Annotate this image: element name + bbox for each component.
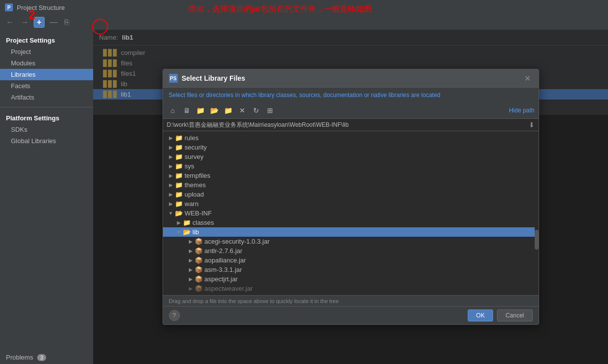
expand-icon: ▶ <box>187 258 195 263</box>
expand-icon: ▶ <box>175 220 183 225</box>
folder-icon: 📁 <box>175 162 183 170</box>
tree-item-lib[interactable]: ▼ 📂 lib <box>163 227 539 237</box>
sidebar-item-libraries[interactable]: Libraries <box>0 69 93 80</box>
tree-item-aspectweaver[interactable]: ▶ 📦 aspectweaver.jar <box>163 284 539 293</box>
expand-icon: ▶ <box>187 239 195 244</box>
folder-icon: 📁 <box>175 144 183 151</box>
modal-overlay: PS Select Library Files ✕ Select files o… <box>93 30 608 364</box>
platform-settings-title: Platform Settings <box>0 111 93 124</box>
sidebar-item-sdks[interactable]: SDKs <box>0 124 93 135</box>
step-number: 2 <box>29 8 35 22</box>
sidebar: Project Settings Project Modules Librari… <box>0 30 93 364</box>
tree-item-themes[interactable]: ▶ 📁 themes <box>163 180 539 190</box>
tree-item-rules[interactable]: ▶ 📁 rules <box>163 133 539 143</box>
new-folder-button[interactable]: 📁 <box>222 104 234 116</box>
folder-icon: 📁 <box>183 219 191 226</box>
close-dialog-button[interactable]: ✕ <box>523 73 533 83</box>
home-button[interactable]: ⌂ <box>167 104 179 116</box>
jar-icon: 📦 <box>195 266 203 273</box>
tree-item-classes[interactable]: ▶ 📁 classes <box>163 218 539 227</box>
tree-item-warn[interactable]: ▶ 📁 warn <box>163 199 539 208</box>
refresh-button[interactable]: ↻ <box>250 104 262 116</box>
expand-icon: ▶ <box>187 248 195 254</box>
file-tree: ▶ 📁 rules ▶ 📁 security ▶ <box>163 131 539 295</box>
tree-item-aspectjrt[interactable]: ▶ 📦 aspectjrt.jar <box>163 274 539 284</box>
folder-up2-button[interactable]: 📂 <box>209 104 221 116</box>
folder-icon: 📁 <box>175 191 183 198</box>
sidebar-divider <box>0 107 93 107</box>
sidebar-item-facets[interactable]: Facets <box>0 80 93 92</box>
scrollbar-thumb[interactable] <box>535 230 539 250</box>
copy-button[interactable]: ⎘ <box>62 17 71 28</box>
path-bar: ⬇ <box>163 119 539 131</box>
drag-hint-bar: Drag and drop a file into the space abov… <box>163 295 539 306</box>
folder-button[interactable]: 🖥 <box>181 104 193 116</box>
annotation-text: 弹出，选择项目的jar包所在的文件夹，一般是lib如图 <box>188 4 372 14</box>
folder-icon: 📂 <box>183 228 191 236</box>
back-button[interactable]: ← <box>4 17 16 28</box>
right-panel: Name: lib1 ▊▊▊ compiler ▊▊▊ files ▊▊▊ fi… <box>93 30 608 364</box>
tree-item-asm[interactable]: ▶ 📦 asm-3.3.1.jar <box>163 265 539 274</box>
expand-icon: ▶ <box>187 276 195 282</box>
remove-button[interactable]: — <box>48 17 59 28</box>
jar-icon: 📦 <box>195 275 203 283</box>
app-icon: P <box>5 3 13 11</box>
jar-icon: 📦 <box>195 247 203 255</box>
select-library-dialog: PS Select Library Files ✕ Select files o… <box>163 69 539 325</box>
sidebar-item-modules[interactable]: Modules <box>0 57 93 69</box>
folder-icon: 📁 <box>175 200 183 208</box>
tree-item-security[interactable]: ▶ 📁 security <box>163 143 539 152</box>
expand-icon: ▶ <box>167 145 175 150</box>
folder-icon: 📂 <box>175 209 183 217</box>
expand-icon: ▶ <box>167 201 175 207</box>
expand-icon: ▶ <box>167 154 175 159</box>
app-window: P Project Structure 弹出，选择项目的jar包所在的文件夹，一… <box>0 0 608 364</box>
hide-path-button[interactable]: Hide path <box>509 107 534 114</box>
download-icon: ⬇ <box>529 121 535 129</box>
drag-hint: Drag and drop a file into the space abov… <box>169 298 339 304</box>
scrollbar-track[interactable] <box>535 131 539 295</box>
expand-icon: ▶ <box>167 192 175 197</box>
sidebar-item-global-libraries[interactable]: Global Libraries <box>0 135 93 147</box>
ok-button[interactable]: OK <box>468 310 493 321</box>
tree-item-aopalliance[interactable]: ▶ 📦 aopalliance.jar <box>163 256 539 265</box>
main-content: Project Settings Project Modules Librari… <box>0 30 608 364</box>
expand-icon: ▼ <box>175 229 183 235</box>
jar-icon: 📦 <box>195 238 203 245</box>
dialog-description: Select files or directories in which lib… <box>163 88 539 103</box>
tree-item-upload[interactable]: ▶ 📁 upload <box>163 190 539 199</box>
footer-buttons: OK Cancel <box>468 310 533 321</box>
tree-item-tempfiles[interactable]: ▶ 📁 tempfiles <box>163 171 539 180</box>
sidebar-item-artifacts[interactable]: Artifacts <box>0 92 93 103</box>
expand-icon: ▶ <box>167 182 175 188</box>
jar-icon: 📦 <box>195 285 203 292</box>
problems-label: Problems <box>6 354 33 361</box>
tree-item-web-inf[interactable]: ▼ 📂 WEB-INF <box>163 208 539 218</box>
tree-item-antlr[interactable]: ▶ 📦 antlr-2.7.6.jar <box>163 246 539 256</box>
dialog-toolbar: ⌂ 🖥 📁 📂 📁 ✕ ↻ ⊞ Hide path <box>163 103 539 119</box>
project-settings-title: Project Settings <box>0 34 93 46</box>
link-button[interactable]: ⊞ <box>264 104 276 116</box>
expand-icon: ▼ <box>167 210 175 216</box>
folder-up-button[interactable]: 📁 <box>195 104 207 116</box>
help-button[interactable]: ? <box>169 310 180 321</box>
tree-item-survey[interactable]: ▶ 📁 survey <box>163 152 539 161</box>
sidebar-item-project[interactable]: Project <box>0 46 93 57</box>
folder-icon: 📁 <box>175 172 183 179</box>
expand-icon: ▶ <box>167 135 175 141</box>
expand-icon: ▶ <box>167 173 175 178</box>
dialog-icon: PS <box>169 74 178 83</box>
expand-icon: ▶ <box>187 286 195 291</box>
app-title: Project Structure <box>17 4 65 11</box>
dialog-title: PS Select Library Files <box>169 74 245 83</box>
folder-icon: 📁 <box>175 134 183 142</box>
tree-item-sys[interactable]: ▶ 📁 sys <box>163 161 539 171</box>
expand-icon: ▶ <box>187 267 195 272</box>
nav-bar: ← → 2 + — ⎘ <box>0 15 608 30</box>
jar-icon: 📦 <box>195 257 203 264</box>
cancel-button[interactable]: Cancel <box>497 310 532 321</box>
delete-button[interactable]: ✕ <box>236 104 248 116</box>
path-input[interactable] <box>167 121 527 128</box>
tree-item-acegi[interactable]: ▶ 📦 acegi-security-1.0.3.jar <box>163 237 539 246</box>
dialog-footer: ? OK Cancel <box>163 306 539 324</box>
